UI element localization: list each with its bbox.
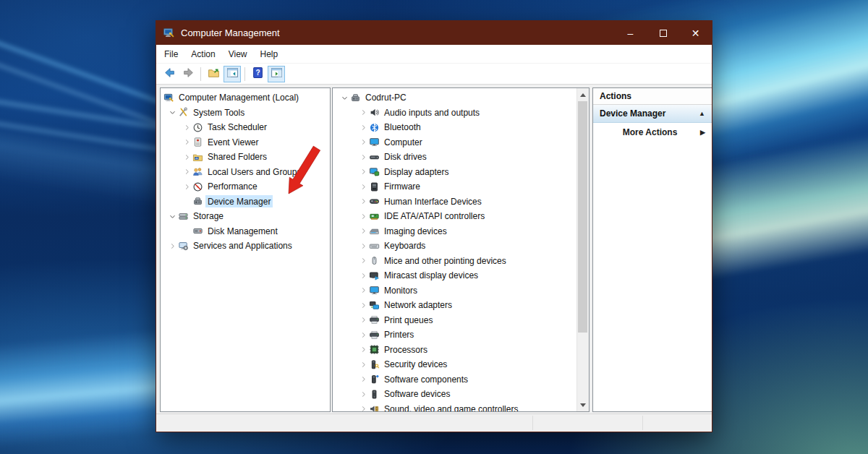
forward-icon	[182, 67, 195, 82]
more-actions-label: More Actions	[600, 127, 700, 137]
chevron-right-icon[interactable]	[357, 153, 369, 161]
scroll-down-button[interactable]	[577, 399, 589, 411]
tree-item-event-viewer[interactable]: Event Viewer	[161, 135, 330, 150]
chevron-right-icon[interactable]	[357, 346, 369, 354]
chevron-down-icon[interactable]	[166, 108, 178, 116]
chevron-right-icon[interactable]	[357, 361, 369, 369]
scroll-down-icon	[580, 403, 586, 407]
tree-item-label: Imaging devices	[382, 225, 449, 237]
tree-item-bluetooth[interactable]: Bluetooth	[333, 120, 576, 135]
chevron-right-icon[interactable]	[357, 242, 369, 250]
actions-section-device-manager[interactable]: Device Manager ▲	[593, 105, 712, 123]
maximize-button[interactable]	[647, 21, 679, 45]
console-tree-pane: Computer Management (Local)System ToolsT…	[160, 87, 331, 412]
tree-item-disk-drives[interactable]: Disk drives	[333, 150, 576, 165]
tree-item-codrut-pc[interactable]: Codrut-PC	[333, 90, 576, 106]
show-action-pane-button[interactable]	[268, 66, 285, 82]
chevron-down-icon[interactable]	[166, 213, 178, 220]
tree-item-security-devices[interactable]: Security devices	[333, 357, 576, 372]
forward-button[interactable]	[179, 66, 197, 82]
chevron-down-icon[interactable]	[339, 94, 350, 102]
collapse-section-icon[interactable]: ▲	[699, 110, 705, 117]
chevron-right-icon[interactable]	[357, 286, 369, 294]
tree-item-display-adapters[interactable]: Display adapters	[333, 165, 576, 180]
title-bar[interactable]: Computer Management – ✕	[156, 21, 712, 45]
speaker-icon	[369, 107, 382, 118]
chevron-right-icon[interactable]	[357, 108, 369, 116]
tree-item-mice-and-other-pointing-devices[interactable]: Mice and other pointing devices	[333, 254, 576, 269]
tree-item-monitors[interactable]: Monitors	[333, 283, 576, 299]
tree-item-network-adapters[interactable]: Network adapters	[333, 298, 576, 313]
scroll-thumb[interactable]	[578, 101, 587, 333]
chevron-right-icon[interactable]	[357, 183, 369, 191]
vertical-scrollbar[interactable]	[576, 88, 589, 411]
tree-item-device-manager[interactable]: Device Manager	[161, 194, 330, 210]
tree-item-keyboards[interactable]: Keyboards	[333, 239, 576, 254]
tree-item-computer[interactable]: Computer	[333, 135, 576, 150]
menu-item-view[interactable]: View	[222, 46, 254, 62]
chevron-right-icon[interactable]	[357, 316, 369, 324]
show-console-tree-button[interactable]	[224, 66, 241, 82]
tree-item-label: Codrut-PC	[363, 92, 409, 104]
tree-item-disk-management[interactable]: Disk Management	[161, 224, 330, 239]
scroll-up-button[interactable]	[577, 89, 589, 100]
chevron-right-icon[interactable]	[357, 124, 369, 132]
tree-item-performance[interactable]: Performance	[161, 179, 330, 194]
tools-icon	[178, 107, 191, 118]
chevron-right-icon[interactable]	[357, 272, 369, 280]
chevron-right-icon[interactable]	[357, 197, 369, 205]
back-button[interactable]	[161, 66, 178, 82]
chevron-right-icon[interactable]	[357, 375, 369, 383]
chevron-right-icon[interactable]	[357, 227, 369, 235]
menu-item-action[interactable]: Action	[184, 46, 221, 62]
minimize-button[interactable]: –	[614, 21, 647, 45]
tree-item-firmware[interactable]: Firmware	[333, 179, 576, 194]
chevron-right-icon[interactable]	[181, 138, 192, 146]
help-button[interactable]	[249, 66, 266, 82]
chevron-right-icon[interactable]	[181, 124, 192, 132]
chevron-right-icon[interactable]	[357, 168, 369, 176]
event-viewer-icon	[192, 137, 205, 147]
tree-item-services-and-applications[interactable]: Services and Applications	[161, 239, 330, 254]
tree-item-print-queues[interactable]: Print queues	[333, 313, 576, 328]
tree-item-local-users-and-groups[interactable]: Local Users and Groups	[161, 165, 330, 180]
tree-item-printers[interactable]: Printers	[333, 327, 576, 343]
export-list-button[interactable]	[205, 66, 222, 82]
tree-item-task-scheduler[interactable]: Task Scheduler	[161, 120, 330, 135]
tree-item-software-devices[interactable]: Software devices	[333, 387, 576, 402]
tree-item-imaging-devices[interactable]: Imaging devices	[333, 224, 576, 239]
tree-item-software-components[interactable]: Software components	[333, 372, 576, 387]
menu-item-help[interactable]: Help	[254, 46, 285, 62]
tree-item-label: IDE ATA/ATAPI controllers	[382, 210, 487, 223]
chevron-right-icon[interactable]	[181, 168, 192, 176]
processor-icon	[369, 344, 382, 355]
tree-item-miracast-display-devices[interactable]: Miracast display devices	[333, 268, 576, 283]
close-button[interactable]: ✕	[679, 21, 712, 45]
chevron-right-icon[interactable]	[181, 183, 192, 191]
chevron-right-icon[interactable]	[357, 138, 369, 146]
chevron-right-icon[interactable]	[181, 153, 192, 161]
chevron-right-icon[interactable]	[166, 242, 178, 250]
tree-item-audio-inputs-and-outputs[interactable]: Audio inputs and outputs	[333, 106, 576, 121]
menu-item-file[interactable]: File	[158, 46, 184, 62]
expand-submenu-icon: ▶	[700, 129, 705, 136]
more-actions-item[interactable]: More Actions ▶	[593, 123, 712, 142]
tree-item-human-interface-devices[interactable]: Human Interface Devices	[333, 194, 576, 210]
tree-item-storage[interactable]: Storage	[161, 209, 330, 224]
tree-item-computer-management-local[interactable]: Computer Management (Local)	[161, 90, 330, 106]
users-icon	[192, 166, 205, 177]
chevron-right-icon[interactable]	[357, 331, 369, 339]
chevron-right-icon[interactable]	[357, 257, 369, 265]
chevron-right-icon[interactable]	[357, 213, 369, 220]
chevron-right-icon[interactable]	[357, 405, 369, 412]
tree-item-processors[interactable]: Processors	[333, 343, 576, 358]
tree-item-ide-ata-atapi-controllers[interactable]: IDE ATA/ATAPI controllers	[333, 209, 576, 224]
tree-item-shared-folders[interactable]: Shared Folders	[161, 150, 330, 165]
chevron-right-icon[interactable]	[357, 390, 369, 398]
chevron-right-icon[interactable]	[357, 301, 369, 309]
network-icon	[369, 300, 382, 311]
desktop-background: Computer Management – ✕ FileActionViewHe…	[0, 0, 868, 454]
back-icon	[163, 67, 176, 82]
tree-item-sound-video-and-game-controllers[interactable]: Sound, video and game controllers	[333, 402, 576, 413]
tree-item-system-tools[interactable]: System Tools	[161, 106, 330, 121]
